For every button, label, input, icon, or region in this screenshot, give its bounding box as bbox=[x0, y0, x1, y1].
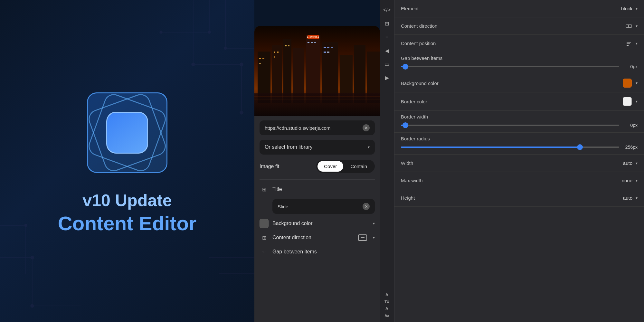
gap-slider-thumb[interactable] bbox=[402, 64, 408, 70]
border-color-value[interactable]: ▾ bbox=[623, 97, 638, 106]
width-value-text: auto bbox=[623, 160, 632, 166]
url-bar[interactable]: https://cdn.studio.swiperjs.com ✕ bbox=[260, 120, 375, 135]
sidebar-icon-align[interactable]: ≡ bbox=[382, 32, 393, 43]
content-dir-dropdown-arrow[interactable]: ▾ bbox=[373, 235, 375, 240]
svg-rect-41 bbox=[274, 56, 275, 58]
right-panel: Element block ▾ Content direction ▾ Cont… bbox=[394, 0, 644, 322]
gap-slider-label: Gap between items bbox=[401, 55, 638, 61]
library-selector[interactable]: Or select from library ▾ bbox=[260, 140, 375, 155]
bg-color-label: Background color bbox=[272, 221, 367, 226]
svg-rect-55 bbox=[626, 25, 632, 27]
middle-panel: AURORA ht bbox=[254, 26, 380, 322]
bg-color-right-label: Background color bbox=[401, 80, 623, 86]
svg-rect-46 bbox=[314, 42, 316, 43]
border-width-slider-container[interactable]: 0px bbox=[401, 123, 638, 128]
height-row: Height auto ▾ bbox=[394, 189, 644, 207]
element-value-text: block bbox=[621, 6, 632, 11]
content-pos-dropdown-arrow: ▾ bbox=[636, 41, 638, 46]
border-radius-slider-track[interactable] bbox=[401, 147, 619, 148]
library-dropdown-arrow: ▾ bbox=[368, 145, 370, 149]
bg-color-dropdown-arrow[interactable]: ▾ bbox=[373, 221, 375, 226]
bg-color-swatch-orange[interactable] bbox=[623, 79, 632, 88]
gap-slider-track[interactable] bbox=[401, 66, 619, 67]
gap-icon: ↔ bbox=[260, 247, 269, 256]
max-width-value[interactable]: none ▾ bbox=[622, 178, 638, 183]
content-dir-icon: ⊞ bbox=[260, 233, 269, 242]
title-section-row: ⊞ Title bbox=[260, 185, 375, 194]
border-width-slider-track[interactable] bbox=[401, 125, 619, 126]
border-radius-slider-container[interactable]: 256px bbox=[401, 145, 638, 150]
left-panel: v10 Update Content Editor bbox=[0, 0, 254, 322]
content-dir-right-value[interactable]: ▾ bbox=[625, 23, 638, 30]
bg-color-right-dropdown-arrow: ▾ bbox=[636, 81, 638, 85]
bg-color-row: Background color ▾ bbox=[260, 219, 375, 228]
url-clear-button[interactable]: ✕ bbox=[363, 124, 370, 131]
sidebar-icon-box[interactable]: ▭ bbox=[382, 59, 393, 70]
svg-rect-42 bbox=[285, 45, 287, 46]
svg-rect-49 bbox=[331, 47, 333, 48]
gap-label: Gap between items bbox=[272, 249, 375, 255]
letter-badge-a-2: A bbox=[385, 306, 388, 311]
sidebar-icon-code[interactable]: </> bbox=[382, 5, 393, 15]
svg-rect-38 bbox=[259, 63, 261, 64]
width-dropdown-arrow: ▾ bbox=[636, 161, 638, 166]
svg-rect-43 bbox=[288, 45, 289, 46]
logo-container bbox=[82, 88, 172, 178]
bg-color-right-row: Background color ▾ bbox=[394, 74, 644, 92]
width-value[interactable]: auto ▾ bbox=[623, 160, 638, 166]
content-dir-icon-inline bbox=[358, 234, 367, 241]
image-fit-row: Image fit Cover Contain bbox=[260, 160, 375, 173]
svg-rect-39 bbox=[274, 52, 275, 53]
bg-color-right-value[interactable]: ▾ bbox=[623, 79, 638, 88]
title-input-value[interactable]: Slide bbox=[278, 204, 288, 209]
height-value[interactable]: auto ▾ bbox=[623, 195, 638, 201]
fit-options: Cover Contain bbox=[316, 160, 375, 173]
svg-rect-50 bbox=[324, 52, 326, 53]
border-width-slider-thumb[interactable] bbox=[402, 122, 408, 128]
height-dropdown-arrow: ▾ bbox=[636, 196, 638, 200]
svg-rect-47 bbox=[324, 47, 326, 48]
title-input-row[interactable]: Slide ✕ bbox=[272, 199, 375, 214]
border-color-dropdown-arrow: ▾ bbox=[636, 99, 638, 104]
border-width-slider-value: 0px bbox=[623, 123, 638, 128]
element-dropdown-arrow: ▾ bbox=[636, 6, 638, 11]
title-clear-button[interactable]: ✕ bbox=[363, 203, 370, 210]
border-color-label: Border color bbox=[401, 99, 623, 104]
border-radius-slider-thumb[interactable] bbox=[577, 144, 583, 150]
title-section-label: Title bbox=[272, 186, 375, 192]
max-width-value-text: none bbox=[622, 178, 632, 183]
border-color-swatch[interactable] bbox=[623, 97, 632, 106]
bg-color-swatch[interactable] bbox=[260, 219, 269, 228]
border-width-slider-row: Border width 0px bbox=[394, 111, 644, 133]
url-input[interactable]: https://cdn.studio.swiperjs.com bbox=[265, 125, 330, 131]
gap-slider-container[interactable]: 0px bbox=[401, 64, 638, 69]
border-width-label: Border width bbox=[401, 114, 638, 119]
content-pos-value[interactable]: ▾ bbox=[625, 40, 638, 47]
width-row: Width auto ▾ bbox=[394, 155, 644, 172]
sidebar-icon-arrow-left[interactable]: ◀ bbox=[382, 45, 393, 56]
sidebar-icons: </> ⊞ ≡ ◀ ▭ ▶ A TU A Aa bbox=[380, 0, 394, 322]
sidebar-icon-arrow-right[interactable]: ▶ bbox=[382, 72, 393, 83]
slide-image-preview: AURORA bbox=[254, 26, 380, 116]
content-pos-row: Content position ▾ bbox=[394, 35, 644, 52]
element-label: Element bbox=[401, 6, 621, 11]
svg-rect-52 bbox=[254, 93, 380, 116]
max-width-dropdown-arrow: ▾ bbox=[636, 178, 638, 183]
svg-rect-40 bbox=[277, 52, 279, 53]
fit-contain-button[interactable]: Contain bbox=[344, 161, 374, 172]
sidebar-icon-layout[interactable]: ⊞ bbox=[382, 18, 393, 29]
fit-cover-button[interactable]: Cover bbox=[317, 161, 343, 172]
title-icon: ⊞ bbox=[260, 185, 269, 194]
content-dir-right-label: Content direction bbox=[401, 23, 625, 29]
svg-point-5 bbox=[240, 111, 243, 114]
svg-rect-37 bbox=[262, 58, 264, 59]
image-fit-label: Image fit bbox=[260, 164, 279, 169]
max-width-row: Max width none ▾ bbox=[394, 172, 644, 189]
width-label: Width bbox=[401, 160, 623, 166]
content-pos-icon bbox=[625, 40, 632, 47]
svg-rect-36 bbox=[259, 58, 261, 59]
border-radius-slider-row: Border radius 256px bbox=[394, 133, 644, 155]
element-value[interactable]: block ▾ bbox=[621, 6, 638, 11]
border-radius-label: Border radius bbox=[401, 136, 638, 141]
logo-inner-shape bbox=[106, 112, 148, 154]
